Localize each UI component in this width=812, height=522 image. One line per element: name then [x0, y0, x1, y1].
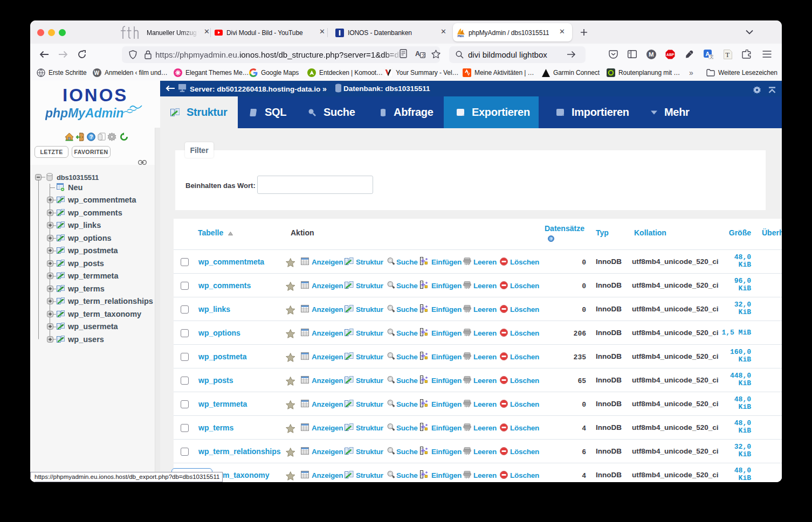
- svg-text:ABP: ABP: [666, 53, 675, 57]
- svg-text:文: 文: [422, 52, 425, 58]
- svg-text:PMA: PMA: [458, 34, 464, 38]
- svg-text:?: ?: [90, 134, 93, 140]
- svg-text:M: M: [649, 51, 654, 58]
- svg-text:T: T: [725, 51, 730, 59]
- svg-text:文: 文: [710, 54, 713, 59]
- svg-text:A: A: [415, 50, 420, 58]
- svg-text:W: W: [94, 70, 100, 76]
